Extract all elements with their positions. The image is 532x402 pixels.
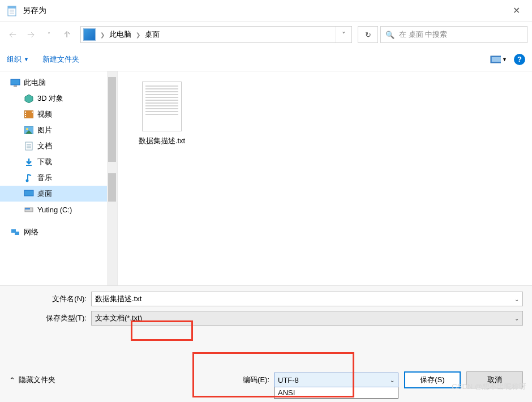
chevron-right-icon[interactable]: ❯ [134,32,143,38]
filename-label: 文件名(N): [9,294,91,304]
svg-rect-28 [15,232,19,235]
svg-rect-13 [25,116,26,117]
sidebar-item-music[interactable]: 音乐 [0,170,117,186]
chevron-down-icon[interactable]: ⌄ [390,377,394,383]
sidebar-item-documents[interactable]: 文档 [0,138,117,154]
svg-rect-7 [11,79,20,85]
download-icon [24,157,34,167]
search-icon: 🔍 [385,31,394,39]
filetype-select[interactable]: 文本文档(*.txt) ⌄ [91,311,523,326]
sidebar-item-pc[interactable]: 此电脑 [0,75,117,91]
sidebar: 此电脑 3D 对象 视频 图片 文档 下载 音乐 桌面 [0,71,117,285]
scroll-thumb[interactable] [108,77,116,162]
chevron-down-icon[interactable]: ⌄ [514,296,519,302]
recent-dropdown[interactable]: ˅ [41,27,57,42]
main-area: 此电脑 3D 对象 视频 图片 文档 下载 音乐 桌面 [0,71,532,285]
refresh-button[interactable]: ↻ [358,26,378,43]
chevron-down-icon[interactable]: ⌄ [514,315,519,322]
organize-menu[interactable]: 组织▼ [7,54,29,65]
picture-icon [24,125,34,135]
window-title: 另存为 [23,6,507,16]
file-list[interactable]: 数据集描述.txt [117,71,532,285]
drive-icon [24,204,34,215]
scrollbar[interactable] [107,71,117,285]
watermark: CSDN @想不出昵称呀 [452,382,526,392]
svg-rect-24 [24,190,33,196]
up-button[interactable]: 🡡 [59,27,75,42]
file-item[interactable]: 数据集描述.txt [134,82,190,146]
cube-icon [24,93,34,104]
sidebar-item-network[interactable]: 网络 [0,224,117,240]
help-button[interactable]: ? [514,54,525,65]
svg-marker-9 [25,95,33,103]
sidebar-item-3d[interactable]: 3D 对象 [0,91,117,106]
search-placeholder: 在 桌面 中搜索 [399,29,447,40]
chevron-right-icon[interactable]: ❯ [98,32,107,38]
music-icon [24,173,34,183]
toolbar: 组织▼ 新建文件夹 ▼ ? [0,48,532,71]
breadcrumb-root[interactable]: 此电脑 [107,29,134,40]
sidebar-item-desktop[interactable]: 桌面 [0,186,117,202]
sidebar-item-downloads[interactable]: 下载 [0,154,117,170]
scroll-thumb[interactable] [108,173,116,202]
notepad-icon [7,5,18,16]
svg-rect-11 [25,112,26,113]
encoding-label: 编码(E): [243,375,269,385]
file-name: 数据集描述.txt [134,136,190,146]
pc-icon [10,78,20,88]
svg-rect-26 [25,208,30,209]
hide-folders-button[interactable]: ⌃ 隐藏文件夹 [9,375,55,385]
encoding-select[interactable]: UTF-8 ⌄ ANSI [274,373,398,387]
forward-button[interactable]: 🡢 [23,27,38,42]
sidebar-item-videos[interactable]: 视频 [0,106,117,122]
encoding-option-ansi[interactable]: ANSI [278,388,394,397]
encoding-dropdown[interactable]: ANSI [274,387,398,399]
pc-icon [83,28,96,41]
document-icon [24,141,34,151]
view-menu[interactable]: ▼ [490,54,507,65]
svg-rect-14 [32,112,33,113]
file-icon [142,82,182,131]
chevron-up-icon: ⌃ [9,376,15,384]
sidebar-item-drive-c[interactable]: Yuting (C:) [0,202,117,217]
svg-point-23 [26,179,29,182]
svg-rect-8 [14,85,17,87]
svg-point-16 [26,128,28,130]
video-icon [24,109,34,119]
back-button[interactable]: 🡠 [5,27,20,42]
close-button[interactable]: ✕ [507,5,525,16]
nav-bar: 🡠 🡢 ˅ 🡡 ❯ 此电脑 ❯ 桌面 ˅ ↻ 🔍 在 桌面 中搜索 [0,22,532,48]
svg-rect-1 [8,6,16,8]
filename-input[interactable]: 数据集描述.txt ⌄ [91,292,523,306]
new-folder-button[interactable]: 新建文件夹 [42,54,79,65]
svg-rect-6 [492,57,501,62]
breadcrumb[interactable]: ❯ 此电脑 ❯ 桌面 ˅ [80,26,352,43]
network-icon [10,227,20,237]
sidebar-item-pictures[interactable]: 图片 [0,122,117,138]
svg-rect-12 [25,114,26,115]
titlebar: 另存为 ✕ [0,0,532,22]
filetype-label: 保存类型(T): [9,313,91,323]
breadcrumb-current[interactable]: 桌面 [143,29,162,40]
desktop-icon [24,189,34,199]
search-input[interactable]: 🔍 在 桌面 中搜索 [380,26,527,43]
breadcrumb-dropdown[interactable]: ˅ [336,27,351,42]
